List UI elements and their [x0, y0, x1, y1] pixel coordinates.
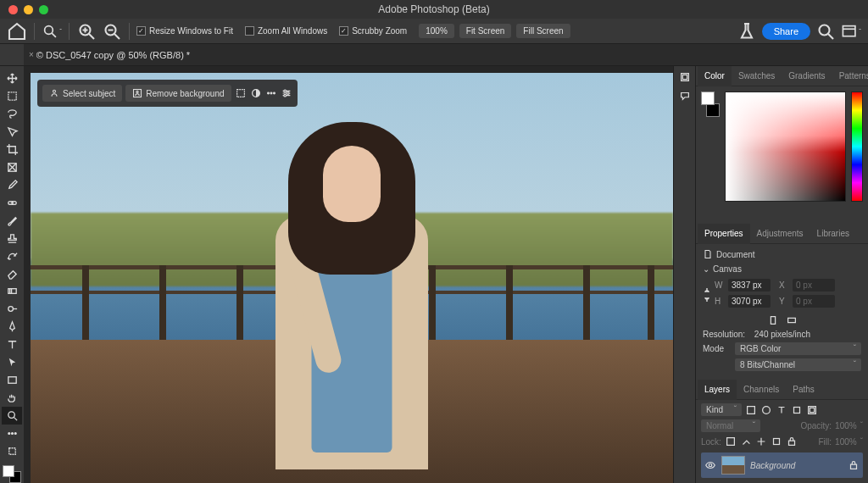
- share-button[interactable]: Share: [762, 23, 810, 40]
- more-tools-icon[interactable]: [2, 425, 22, 442]
- zoom-out-icon[interactable]: [102, 21, 122, 42]
- filter-type-icon[interactable]: [776, 404, 787, 416]
- zoom-tool-selected-icon[interactable]: [2, 407, 22, 425]
- canvas-section-header[interactable]: ⌄Canvas: [703, 264, 861, 274]
- color-mode-dropdown[interactable]: RGB Color: [735, 342, 861, 355]
- stamp-tool-icon[interactable]: [2, 230, 22, 247]
- frame-tool-icon[interactable]: [2, 158, 22, 176]
- landscape-orient-icon[interactable]: [786, 314, 798, 326]
- eyedropper-tool-icon[interactable]: [2, 176, 22, 194]
- svg-point-22: [270, 92, 272, 94]
- beta-beaker-icon[interactable]: [737, 21, 757, 42]
- quick-select-tool-icon[interactable]: [2, 123, 22, 141]
- ctx-properties-icon[interactable]: [281, 87, 292, 99]
- color-swatch-pair[interactable]: [701, 92, 720, 117]
- tab-gradients[interactable]: Gradients: [782, 66, 832, 86]
- close-tab-icon[interactable]: ×: [29, 50, 34, 59]
- document-icon: [703, 249, 713, 259]
- options-bar: ˇ Resize Windows to Fit Zoom All Windows…: [0, 19, 868, 44]
- eraser-tool-icon[interactable]: [2, 264, 22, 282]
- zoom-in-icon[interactable]: [76, 21, 97, 42]
- zoom-all-checkbox[interactable]: Zoom All Windows: [245, 26, 327, 36]
- dodge-tool-icon[interactable]: [2, 300, 22, 318]
- brush-tool-icon[interactable]: [2, 212, 22, 230]
- ctx-adjust-icon[interactable]: [250, 87, 262, 99]
- svg-point-3: [820, 25, 830, 35]
- history-brush-tool-icon[interactable]: [2, 247, 22, 265]
- maximize-window-button[interactable]: [39, 5, 48, 14]
- lasso-tool-icon[interactable]: [2, 105, 22, 123]
- workspace-switcher-icon[interactable]: ˇ: [841, 21, 861, 42]
- edit-toolbar-icon[interactable]: [2, 442, 22, 460]
- layers-panel: Kind Normal Opacity:100%ˇ Lock: Fill:100…: [696, 400, 868, 483]
- filter-smart-icon[interactable]: [806, 404, 818, 416]
- svg-point-21: [267, 92, 269, 94]
- svg-point-18: [136, 91, 138, 92]
- filter-shape-icon[interactable]: [791, 404, 803, 416]
- portrait-orient-icon[interactable]: [767, 314, 779, 326]
- contextual-task-bar: Select subject Remove background: [37, 80, 298, 107]
- collapsed-history-icon[interactable]: [679, 71, 691, 83]
- shape-tool-icon[interactable]: [2, 371, 22, 389]
- tab-swatches[interactable]: Swatches: [732, 66, 782, 86]
- ctx-more-icon[interactable]: [265, 87, 277, 99]
- ctx-transform-icon[interactable]: [235, 87, 247, 99]
- home-icon[interactable]: [7, 21, 27, 42]
- zoom-tool-icon[interactable]: ˇ: [42, 21, 62, 42]
- tab-libraries[interactable]: Libraries: [810, 224, 856, 244]
- tab-properties[interactable]: Properties: [698, 224, 750, 244]
- path-select-tool-icon[interactable]: [2, 353, 22, 371]
- fill-screen-button[interactable]: Fill Screen: [516, 24, 570, 38]
- document-type-label: Document: [716, 250, 755, 259]
- pen-tool-icon[interactable]: [2, 318, 22, 336]
- tab-layers[interactable]: Layers: [698, 380, 737, 400]
- scrubby-zoom-checkbox[interactable]: Scrubby Zoom: [339, 26, 407, 36]
- layer-visibility-icon[interactable]: [704, 459, 716, 471]
- tab-channels[interactable]: Channels: [737, 380, 786, 400]
- layer-background[interactable]: Background: [701, 452, 863, 478]
- document-tab[interactable]: © DSC_0547 copy @ 50% (RGB/8) *: [36, 50, 190, 60]
- color-field[interactable]: [725, 92, 846, 202]
- opacity-label: Opacity:: [800, 421, 832, 430]
- layer-filter-dropdown[interactable]: Kind: [701, 403, 742, 416]
- svg-rect-37: [773, 439, 779, 445]
- crop-tool-icon[interactable]: [2, 141, 22, 158]
- minimize-window-button[interactable]: [24, 5, 33, 14]
- width-field[interactable]: 3837 px: [728, 279, 771, 291]
- hue-slider[interactable]: [851, 92, 863, 202]
- svg-rect-4: [843, 25, 854, 36]
- link-wh-icon[interactable]: [703, 286, 711, 303]
- fit-screen-button[interactable]: Fit Screen: [459, 24, 512, 38]
- svg-rect-28: [682, 75, 687, 79]
- move-tool-icon[interactable]: [2, 69, 22, 87]
- gradient-tool-icon[interactable]: [2, 282, 22, 300]
- remove-background-button[interactable]: Remove background: [125, 85, 231, 102]
- layer-locked-icon: [848, 459, 860, 471]
- zoom-100-button[interactable]: 100%: [419, 24, 454, 38]
- collapsed-comments-icon[interactable]: [679, 90, 691, 102]
- svg-point-24: [283, 90, 286, 92]
- height-field[interactable]: 3070 px: [728, 295, 771, 308]
- tab-adjustments[interactable]: Adjustments: [750, 224, 810, 244]
- close-window-button[interactable]: [8, 5, 18, 14]
- svg-point-32: [763, 406, 771, 414]
- filter-adjust-icon[interactable]: [760, 404, 772, 416]
- healing-tool-icon[interactable]: [2, 194, 22, 212]
- svg-point-14: [14, 433, 16, 435]
- search-icon[interactable]: [815, 21, 836, 42]
- select-subject-button[interactable]: Select subject: [42, 85, 122, 102]
- tab-paths[interactable]: Paths: [786, 380, 821, 400]
- canvas[interactable]: Select subject Remove background: [31, 73, 673, 483]
- tab-patterns[interactable]: Patterns: [832, 66, 868, 86]
- tab-color[interactable]: Color: [698, 66, 732, 86]
- lock-image-icon: [740, 436, 752, 447]
- bit-depth-dropdown[interactable]: 8 Bits/Channel: [735, 358, 861, 371]
- svg-point-9: [8, 307, 13, 312]
- hand-tool-icon[interactable]: [2, 389, 22, 407]
- resize-windows-checkbox[interactable]: Resize Windows to Fit: [136, 26, 233, 36]
- type-tool-icon[interactable]: [2, 336, 22, 353]
- filter-pixel-icon[interactable]: [745, 404, 757, 416]
- marquee-tool-icon[interactable]: [2, 87, 22, 105]
- fg-bg-swatch[interactable]: [3, 465, 21, 483]
- svg-point-23: [273, 92, 275, 94]
